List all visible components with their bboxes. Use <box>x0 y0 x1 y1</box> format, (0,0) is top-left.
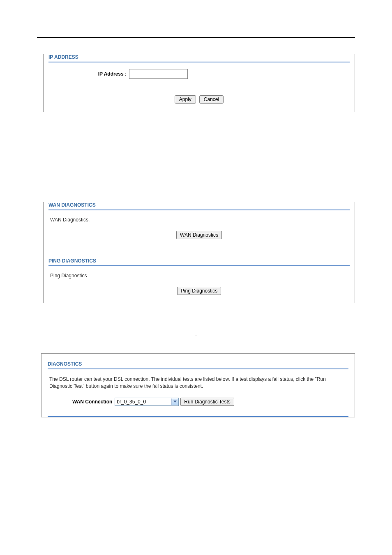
diagnostics-panel: WAN DIAGNOSTICS WAN Diagnostics. WAN Dia… <box>43 202 355 303</box>
wan-diagnostics-text: WAN Diagnostics. <box>50 217 348 223</box>
ip-address-panel: IP ADDRESS IP Address : Apply Cancel <box>43 54 355 112</box>
wan-connection-value: br_0_35_0_0 <box>117 399 146 405</box>
wan-diagnostics-header: WAN DIAGNOSTICS <box>48 202 350 210</box>
ip-address-row: IP Address : <box>48 69 350 79</box>
chevron-down-icon <box>171 398 178 405</box>
ip-address-input[interactable] <box>129 69 188 79</box>
diagnostics-header: DIAGNOSTICS <box>48 361 348 369</box>
dot-text: . <box>0 332 392 337</box>
run-diagnostic-tests-button[interactable]: Run Diagnostic Tests <box>180 398 234 406</box>
ping-diagnostics-header: PING DIAGNOSTICS <box>48 258 350 266</box>
wan-diagnostics-button-row: WAN Diagnostics <box>48 231 350 239</box>
ip-address-label: IP Address : <box>48 71 129 77</box>
spacer-mid <box>48 239 350 256</box>
wan-connection-select[interactable]: br_0_35_0_0 <box>115 398 179 406</box>
ping-diagnostics-text: Ping Diagnostics <box>50 273 348 279</box>
wan-connection-label: WAN Connection <box>72 399 115 405</box>
svg-marker-0 <box>173 401 177 403</box>
diagnostics-bottom-rule <box>48 416 348 417</box>
ip-address-header: IP ADDRESS <box>48 54 350 62</box>
ip-address-buttons: Apply Cancel <box>48 95 350 104</box>
wan-connection-row: WAN Connection br_0_35_0_0 Run Diagnosti… <box>72 398 348 406</box>
wan-diagnostics-button[interactable]: WAN Diagnostics <box>176 231 222 239</box>
apply-button[interactable]: Apply <box>175 95 196 104</box>
top-divider <box>37 37 355 38</box>
ping-diagnostics-button-row: Ping Diagnostics <box>48 287 350 295</box>
spacer-1 <box>0 112 392 186</box>
ping-diagnostics-button[interactable]: Ping Diagnostics <box>177 287 221 295</box>
diagnostics-wide-panel: DIAGNOSTICS The DSL router can test your… <box>41 353 355 417</box>
cancel-button[interactable]: Cancel <box>199 95 224 104</box>
diagnostics-description: The DSL router can test your DSL connect… <box>49 376 347 390</box>
